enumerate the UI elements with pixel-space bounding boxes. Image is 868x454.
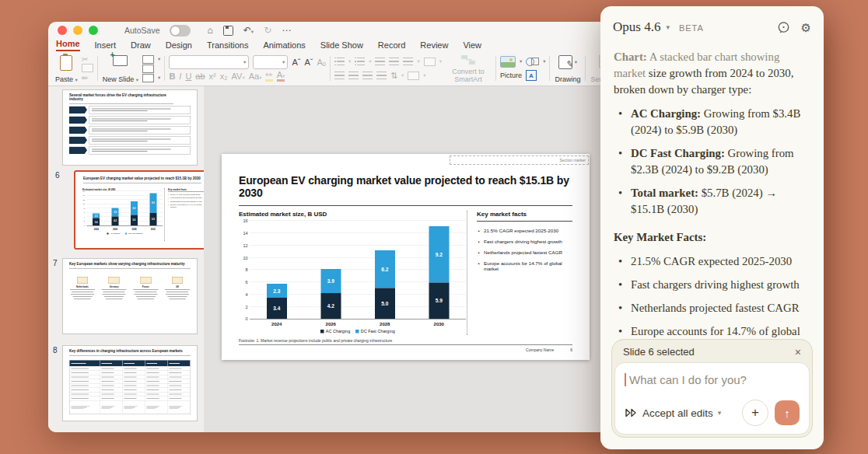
settings-gear-icon[interactable]: ⚙ xyxy=(801,22,811,33)
legend-item: DC Fast Charging xyxy=(355,329,395,334)
thumbnail-slide-5[interactable]: Several market forces drive the EV charg… xyxy=(62,89,196,166)
tab-review[interactable]: Review xyxy=(420,40,448,51)
smartart-icon xyxy=(461,55,475,65)
current-slide[interactable]: Section marker European EV charging mark… xyxy=(222,154,590,360)
font-size-select[interactable]: ▾ xyxy=(253,55,288,69)
bar-segment: 3.9 xyxy=(320,269,341,293)
text-box-icon[interactable]: A xyxy=(526,70,537,81)
tab-insert[interactable]: Insert xyxy=(95,40,117,51)
text-direction-icon[interactable]: ⇅ xyxy=(390,72,397,80)
send-button[interactable]: ↑ xyxy=(775,400,800,425)
claude-header: Opus 4.6 ▾ BETA ⚙ xyxy=(600,6,824,40)
save-icon[interactable] xyxy=(223,26,233,36)
tab-record[interactable]: Record xyxy=(378,40,405,51)
subscript-icon[interactable]: x₂ xyxy=(220,72,228,81)
copy-icon[interactable] xyxy=(82,64,93,72)
paste-icon xyxy=(60,55,72,71)
thumbnail-slide-7[interactable]: 7 Key European markets show varying char… xyxy=(62,258,196,334)
minimize-window-button[interactable] xyxy=(73,26,82,35)
line-spacing-icon[interactable] xyxy=(403,58,413,65)
text-caret xyxy=(625,373,626,386)
outdent-icon[interactable] xyxy=(375,58,385,65)
model-selector[interactable]: Opus 4.6 xyxy=(613,19,660,35)
cut-icon[interactable]: ✂ xyxy=(82,55,93,64)
align-left-icon[interactable] xyxy=(334,72,345,79)
legend-swatch xyxy=(107,232,108,234)
more-toolbar-icon[interactable]: ⋯ xyxy=(282,26,291,35)
font-color-icon[interactable]: A▾ xyxy=(277,71,285,82)
feedback-bubble-icon[interactable] xyxy=(777,21,790,34)
slide-thumbnail-panel: Several market forces drive the EV charg… xyxy=(48,86,204,432)
tab-animations[interactable]: Animations xyxy=(263,40,305,51)
undo-icon[interactable]: ↶▾ xyxy=(243,26,254,35)
char-spacing-icon[interactable]: AV▾ xyxy=(232,72,245,81)
zoom-window-button[interactable] xyxy=(89,26,98,35)
bar-2024: 2.33.4 xyxy=(93,191,100,225)
chat-bullet: AC Charging: Growing from $3.4B (2024) t… xyxy=(614,106,810,138)
thumbnail-slide-6[interactable]: 6 European EV charging market value proj… xyxy=(62,170,196,250)
tab-home[interactable]: Home xyxy=(56,39,80,51)
superscript-icon[interactable]: x² xyxy=(209,72,216,81)
desktop: AutoSave ⌂ ↶▾ ↻ ⋯ HomeInsertDrawDesignTr… xyxy=(0,0,868,454)
numbering-icon[interactable] xyxy=(355,58,365,65)
bar-2030: 9.25.9 xyxy=(149,191,156,225)
x-tick: 2030 xyxy=(429,321,449,327)
close-icon[interactable]: × xyxy=(795,347,801,358)
bullets-icon[interactable] xyxy=(334,58,345,65)
close-window-button[interactable] xyxy=(58,26,67,35)
key-fact: 21.5% CAGR expected 2025-2030 xyxy=(477,228,572,234)
underline-icon[interactable]: U xyxy=(185,72,191,81)
x-tick: 2026 xyxy=(320,321,341,327)
bar-segment: 5.0 xyxy=(375,288,395,319)
shrink-font-icon[interactable]: Aˇ xyxy=(304,58,313,67)
indent-icon[interactable] xyxy=(389,58,399,65)
bold-icon[interactable]: B xyxy=(169,72,175,81)
picture-icon[interactable] xyxy=(500,56,516,68)
tab-view[interactable]: View xyxy=(463,40,481,51)
legend-item: AC Charging xyxy=(320,329,350,334)
autosave-toggle[interactable] xyxy=(170,25,191,37)
accept-all-edits-button[interactable]: Accept all edits ▾ xyxy=(625,407,721,419)
align-text-icon[interactable] xyxy=(408,72,419,80)
tab-design[interactable]: Design xyxy=(166,40,192,51)
tab-draw[interactable]: Draw xyxy=(131,40,151,51)
home-icon[interactable]: ⌂ xyxy=(208,26,213,35)
format-painter-icon[interactable]: ✏ xyxy=(82,74,93,82)
redo-icon[interactable]: ↻ xyxy=(264,26,271,35)
y-tick: 16 xyxy=(82,190,85,193)
context-chip: Slide 6 selected xyxy=(623,346,695,358)
tab-slide-show[interactable]: Slide Show xyxy=(320,40,363,51)
tab-transitions[interactable]: Transitions xyxy=(207,40,248,51)
drawing-button[interactable]: ▾ Drawing xyxy=(552,53,583,84)
new-slide-button[interactable]: New Slide ▾ xyxy=(100,53,141,84)
company-name: Company Name xyxy=(526,348,554,353)
x-tick: 2028 xyxy=(131,228,138,230)
bar-segment: 3.9 xyxy=(112,208,119,217)
highlight-icon[interactable]: ✏ xyxy=(265,71,272,82)
italic-icon[interactable]: I xyxy=(179,72,181,81)
justify-icon[interactable] xyxy=(376,72,387,79)
bar-2026: 3.94.2 xyxy=(320,221,341,319)
grow-font-icon[interactable]: Aˆ xyxy=(292,58,300,67)
attach-button[interactable]: + xyxy=(742,400,768,426)
reset-icon[interactable] xyxy=(142,65,154,73)
layout-icon[interactable] xyxy=(142,55,154,64)
chat-fact: Netherlands projected fastest CAGR xyxy=(614,300,810,316)
strikethrough-icon[interactable]: ab xyxy=(195,72,205,81)
change-case-icon[interactable]: Aa▾ xyxy=(249,72,262,81)
font-name-select[interactable]: ▾ xyxy=(169,55,249,69)
align-right-icon[interactable] xyxy=(362,72,373,79)
thumbnail-slide-8[interactable]: 8 Key differences in charging infrastruc… xyxy=(62,345,196,421)
columns-icon[interactable] xyxy=(424,58,436,66)
section-marker-placeholder[interactable]: Section marker xyxy=(450,155,589,165)
bar-2026: 3.94.2 xyxy=(112,191,119,225)
clear-format-icon[interactable]: Aₒ xyxy=(317,58,326,67)
convert-smartart-button[interactable]: Convert to SmartArt xyxy=(443,53,493,84)
column-divider xyxy=(467,211,467,335)
composer: Slide 6 selected × What can I do for you… xyxy=(611,339,813,438)
chat-input[interactable]: What can I do for you? Accept all edits … xyxy=(614,362,810,435)
align-center-icon[interactable] xyxy=(348,72,359,79)
paste-button[interactable]: Paste ▾ xyxy=(53,53,80,84)
bar-segment: 9.2 xyxy=(149,193,156,212)
section-icon[interactable] xyxy=(142,74,154,82)
